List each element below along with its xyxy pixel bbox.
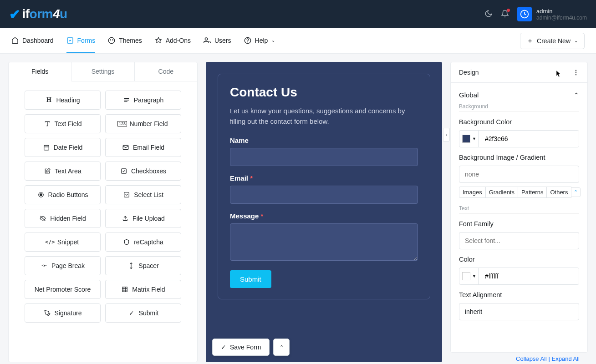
img-tab-gradients[interactable]: Gradients	[485, 187, 518, 198]
nav-themes[interactable]: Themes	[108, 28, 142, 53]
field-label: Spacer	[138, 262, 158, 269]
field-select-list[interactable]: Select List	[105, 185, 181, 204]
field-label: Select List	[134, 191, 163, 198]
collapse-all[interactable]: Collapse All	[516, 355, 547, 362]
img-tab-patterns[interactable]: Patterns	[518, 187, 547, 198]
bg-color-input[interactable]	[479, 131, 579, 147]
field-label: File Upload	[132, 215, 165, 222]
nav-label: Help	[255, 37, 268, 44]
expand-all[interactable]: Expand All	[552, 355, 580, 362]
navbar: Dashboard Forms Themes Add-Ons Users Hel…	[0, 28, 596, 54]
field-text-area[interactable]: Text Area	[25, 162, 101, 181]
tab-fields[interactable]: Fields	[9, 62, 71, 81]
field-label: Date Field	[54, 144, 83, 151]
name-input[interactable]	[230, 148, 418, 166]
field-paragraph[interactable]: Paragraph	[105, 91, 181, 110]
font-family-select[interactable]	[459, 232, 579, 249]
user-name: admin	[536, 8, 587, 15]
field-number-field[interactable]: 123Number Field	[105, 114, 181, 133]
create-new-label: Create New	[537, 37, 571, 45]
field-snippet[interactable]: </>Snippet	[25, 233, 101, 252]
form-description: Let us know your questions, suggestions …	[230, 106, 418, 126]
logo[interactable]: ✔ iform4u	[9, 6, 67, 22]
right-panel: Design ⋮ Global ⌃ Background Background …	[450, 62, 588, 362]
submit-icon: ✓	[128, 309, 135, 317]
more-icon[interactable]: ⋮	[573, 69, 579, 76]
field-email-field[interactable]: Email Field	[105, 138, 181, 157]
field-net-promoter-score[interactable]: Net Promoter Score	[25, 280, 101, 299]
chevron-down-icon: ⌄	[271, 38, 275, 43]
radio-buttons-icon	[37, 191, 45, 198]
img-tab-others[interactable]: Others	[546, 187, 571, 198]
email-field-icon	[122, 144, 129, 151]
global-section[interactable]: Global ⌃	[459, 91, 579, 99]
field-hidden-field[interactable]: Hidden Field	[25, 209, 101, 228]
field-file-upload[interactable]: File Upload	[105, 209, 181, 228]
forms-icon	[66, 37, 74, 44]
svg-point-7	[247, 42, 248, 42]
create-new-button[interactable]: ＋ Create New ⌄	[520, 33, 585, 49]
nav-label: Dashboard	[22, 37, 54, 44]
message-textarea[interactable]	[230, 223, 418, 261]
field-label: Submit	[139, 309, 159, 317]
field-matrix-field[interactable]: Matrix Field	[105, 280, 181, 299]
img-tab-images[interactable]: Images	[459, 187, 486, 198]
bg-image-input[interactable]	[459, 166, 579, 183]
nav-help[interactable]: Help ⌄	[244, 28, 275, 53]
addon-icon	[155, 37, 162, 44]
text-color-input[interactable]	[479, 268, 579, 284]
field-label: Paragraph	[134, 96, 163, 104]
svg-rect-11	[44, 145, 49, 150]
bg-color-swatch[interactable]: ▼	[459, 131, 479, 147]
nav-forms[interactable]: Forms	[66, 28, 96, 53]
form-preview: Contact Us Let us know your questions, s…	[206, 62, 442, 362]
chevron-up-icon: ⌃	[280, 344, 284, 350]
text-color-label: Color	[459, 256, 579, 263]
design-title: Design	[459, 69, 479, 76]
field-signature[interactable]: Signature	[25, 303, 101, 323]
field-date-field[interactable]: Date Field	[25, 138, 101, 157]
user-menu[interactable]: admin admin@iform4u.com	[517, 7, 587, 21]
expand-button[interactable]: ⌃	[273, 339, 290, 356]
save-form-button[interactable]: ✓ Save Form	[212, 339, 270, 356]
field-page-break[interactable]: Page Break	[25, 256, 101, 275]
select-list-icon	[123, 191, 130, 198]
footer-links: Collapse All | Expand All	[450, 353, 588, 362]
field-heading[interactable]: HHeading	[25, 91, 101, 110]
help-icon	[244, 37, 251, 44]
svg-point-3	[110, 40, 111, 40]
user-email: admin@iform4u.com	[536, 15, 587, 21]
nav-label: Themes	[119, 37, 142, 44]
tab-code[interactable]: Code	[135, 62, 197, 81]
panel-collapse-handle[interactable]: ›	[443, 128, 450, 142]
field-label: Hidden Field	[50, 215, 86, 222]
nav-label: Forms	[77, 37, 96, 44]
field-label: Text Field	[55, 120, 82, 127]
img-tab-toggle[interactable]: ⌃	[571, 187, 581, 197]
field-recaptcha[interactable]: reCaptcha	[105, 233, 181, 252]
text-align-input[interactable]	[459, 303, 579, 320]
dark-mode-icon[interactable]	[484, 10, 493, 19]
field-submit[interactable]: ✓Submit	[105, 303, 181, 323]
spacer-icon	[127, 262, 135, 269]
matrix-field-icon	[121, 286, 128, 293]
nav-addons[interactable]: Add-Ons	[155, 28, 191, 53]
field-radio-buttons[interactable]: Radio Buttons	[25, 185, 101, 204]
snippet-icon: </>	[46, 238, 54, 246]
text-color-swatch[interactable]: ▼	[459, 268, 479, 284]
nav-dashboard[interactable]: Dashboard	[11, 28, 54, 53]
chevron-up-icon: ⌃	[574, 91, 579, 99]
email-input[interactable]	[230, 186, 418, 204]
field-text-field[interactable]: Text Field	[25, 114, 101, 133]
nav-users[interactable]: Users	[204, 28, 231, 53]
submit-button[interactable]: Submit	[230, 270, 271, 288]
notifications-icon[interactable]	[501, 10, 509, 19]
save-form-label: Save Form	[230, 344, 261, 351]
number-field-icon: 123	[118, 120, 126, 127]
field-spacer[interactable]: Spacer	[105, 256, 181, 275]
tab-settings[interactable]: Settings	[71, 62, 134, 81]
field-checkboxes[interactable]: Checkboxes	[105, 162, 181, 181]
date-field-icon	[43, 144, 50, 151]
field-label: Snippet	[57, 238, 79, 246]
svg-rect-23	[122, 287, 127, 292]
